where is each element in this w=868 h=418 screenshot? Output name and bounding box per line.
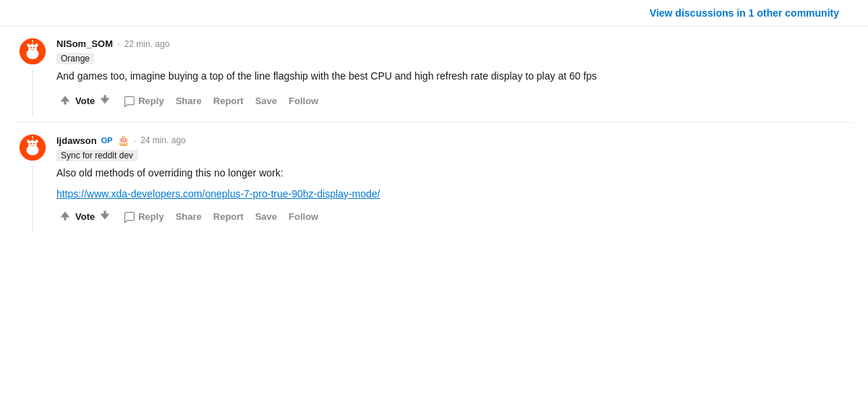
save-label-2: Save <box>255 211 277 222</box>
comment-thread-1: NISom_SOM · 22 min. ago Orange And games… <box>14 27 854 123</box>
reply-label-1: Reply <box>138 95 163 106</box>
follow-button-1[interactable]: Follow <box>284 93 323 109</box>
vote-label-1: Vote <box>75 95 95 106</box>
share-button-1[interactable]: Share <box>171 93 206 109</box>
timestamp-2: 24 min. ago <box>140 135 186 145</box>
dot-separator-1: · <box>117 38 120 49</box>
share-button-2[interactable]: Share <box>171 208 206 225</box>
flair-badge-1[interactable]: Orange <box>56 53 94 64</box>
comment-body-2: ljdawson OP 🎂 · 24 min. ago Sync for red… <box>56 135 854 232</box>
dot-separator-2: · <box>134 135 137 146</box>
vote-group-2: Vote <box>56 207 114 226</box>
svg-point-17 <box>32 137 33 138</box>
avatar-col-2 <box>14 135 51 232</box>
comment-header-2: ljdawson OP 🎂 · 24 min. ago <box>56 135 854 146</box>
reply-button-2[interactable]: Reply <box>119 208 168 226</box>
action-bar-1: Vote Reply Share R <box>56 91 854 111</box>
save-button-1[interactable]: Save <box>251 93 281 109</box>
svg-point-6 <box>35 43 38 47</box>
flair-badge-2[interactable]: Sync for reddit dev <box>56 150 137 161</box>
vote-group-1: Vote <box>56 91 114 111</box>
username-2[interactable]: ljdawson <box>56 135 97 146</box>
thread-line <box>32 69 33 116</box>
vote-label-2: Vote <box>75 211 95 222</box>
view-discussions-link[interactable]: View discussions in 1 other community <box>650 7 839 19</box>
downvote-button-1[interactable] <box>96 91 114 111</box>
svg-point-12 <box>30 143 32 145</box>
share-label-1: Share <box>176 95 202 106</box>
follow-label-1: Follow <box>289 95 318 106</box>
svg-point-5 <box>27 43 30 47</box>
svg-point-3 <box>30 47 32 48</box>
upvote-button-1[interactable] <box>56 91 74 111</box>
svg-point-14 <box>27 140 30 143</box>
downvote-button-2[interactable] <box>96 207 114 226</box>
svg-point-13 <box>33 143 35 145</box>
report-button-1[interactable]: Report <box>209 93 248 109</box>
op-emoji: 🎂 <box>117 135 129 146</box>
svg-point-4 <box>33 47 35 48</box>
username-1[interactable]: NISom_SOM <box>56 38 113 49</box>
follow-button-2[interactable]: Follow <box>284 208 323 225</box>
comment-thread-2: ljdawson OP 🎂 · 24 min. ago Sync for red… <box>14 123 854 238</box>
comment-body-1: NISom_SOM · 22 min. ago Orange And games… <box>56 38 854 116</box>
save-label-1: Save <box>255 95 277 106</box>
reply-label-2: Reply <box>138 211 163 222</box>
svg-point-15 <box>35 140 38 143</box>
thread-line-2 <box>32 165 33 232</box>
report-button-2[interactable]: Report <box>209 208 248 225</box>
share-label-2: Share <box>176 211 202 222</box>
svg-point-8 <box>32 40 33 42</box>
upvote-button-2[interactable] <box>56 207 74 226</box>
timestamp-1: 22 min. ago <box>124 39 170 49</box>
reply-button-1[interactable]: Reply <box>119 93 168 110</box>
comment-text-1: And games too, imagine buying a top of t… <box>56 69 854 84</box>
comments-container: NISom_SOM · 22 min. ago Orange And games… <box>0 27 868 238</box>
avatar-2 <box>20 135 46 161</box>
avatar-col <box>14 38 51 116</box>
top-bar: View discussions in 1 other community <box>0 0 868 27</box>
comment-link-2[interactable]: https://www.xda-developers.com/oneplus-7… <box>56 188 380 200</box>
avatar <box>20 38 46 64</box>
report-label-1: Report <box>213 95 244 106</box>
comment-text-2: Also old methods of overriding this no l… <box>56 166 854 181</box>
action-bar-2: Vote Reply Share R <box>56 207 854 226</box>
comment-header-1: NISom_SOM · 22 min. ago <box>56 38 854 49</box>
save-button-2[interactable]: Save <box>251 208 281 225</box>
op-badge: OP <box>101 136 113 145</box>
follow-label-2: Follow <box>289 211 318 222</box>
report-label-2: Report <box>213 211 244 222</box>
